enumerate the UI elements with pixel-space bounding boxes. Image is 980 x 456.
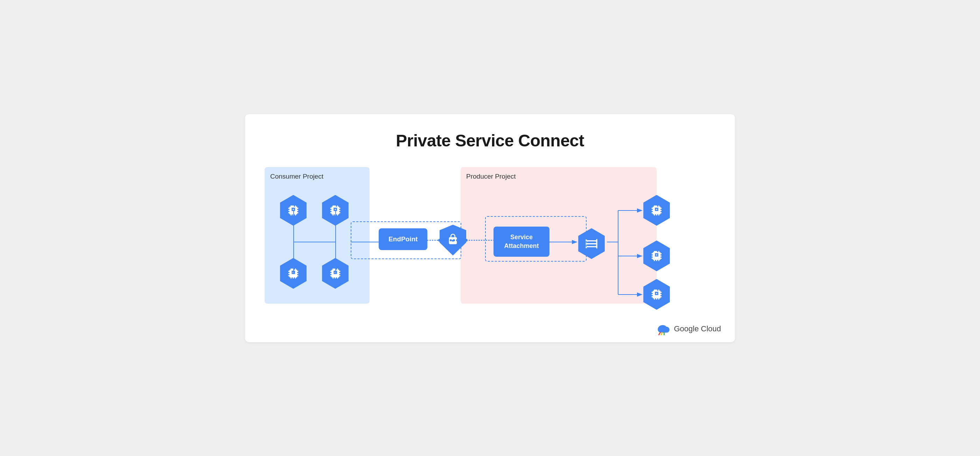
consumer-hex-bl	[278, 258, 309, 289]
svg-point-3	[595, 240, 597, 241]
google-cloud-text: Google Cloud	[674, 324, 721, 333]
svg-point-4	[595, 243, 597, 244]
consumer-hex-tr	[320, 195, 351, 226]
consumer-project-label: Consumer Project	[270, 173, 323, 180]
svg-point-1	[587, 243, 588, 244]
svg-point-5	[595, 246, 597, 247]
producer-project-label: Producer Project	[466, 173, 516, 180]
chip-icon-4	[329, 267, 342, 280]
endpoint-box: EndPoint	[379, 228, 427, 250]
producer-hex-top	[641, 195, 672, 226]
producer-hex-bot	[641, 279, 672, 310]
service-attachment-box: Service Attachment	[493, 226, 549, 257]
lock-icon	[447, 233, 459, 245]
network-switch-icon	[584, 237, 598, 251]
service-attachment-line2: Attachment	[504, 242, 539, 249]
diagram-container: Private Service Connect Consumer Project…	[245, 114, 735, 342]
endpoint-label: EndPoint	[379, 228, 427, 250]
network-switch-hex	[576, 228, 607, 259]
producer-hex-mid	[641, 241, 672, 271]
chip-icon-5	[650, 204, 663, 217]
chip-icon-2	[329, 204, 342, 217]
chip-icon	[286, 204, 300, 217]
chip-icon-7	[650, 288, 663, 301]
producer-project-box	[461, 167, 657, 304]
chip-icon-6	[650, 249, 663, 263]
svg-point-0	[587, 240, 588, 241]
google-cloud-logo: Google Cloud	[655, 322, 721, 335]
shield-icon-container	[440, 225, 466, 256]
page-title: Private Service Connect	[265, 131, 715, 150]
google-cloud-logo-icon	[655, 322, 670, 335]
chip-icon-3	[286, 267, 300, 280]
consumer-hex-br	[320, 258, 351, 289]
diagram-body: Consumer Project Producer Project	[265, 167, 715, 318]
svg-point-2	[587, 246, 588, 247]
consumer-hex-tl	[278, 195, 309, 226]
service-attachment-line1: Service	[510, 234, 533, 241]
